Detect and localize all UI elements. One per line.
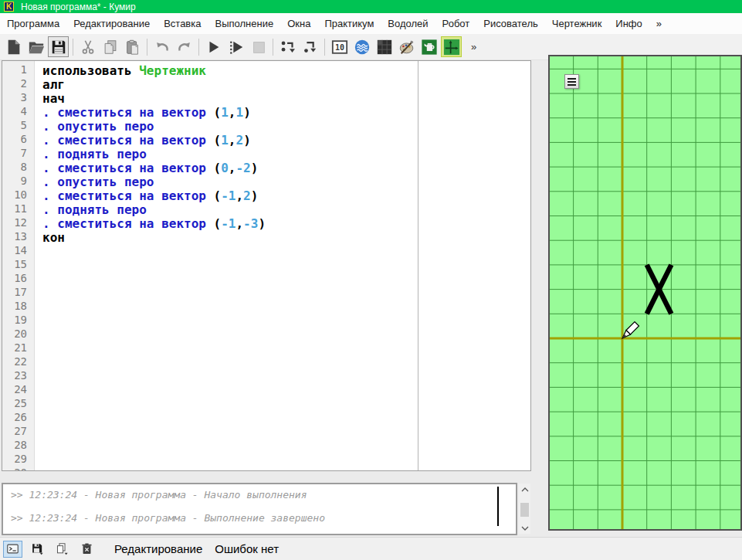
- code-token: кон: [42, 230, 65, 245]
- console-toggle-button[interactable]: [3, 541, 22, 558]
- new-file-button[interactable]: [3, 36, 24, 57]
- menu-item-program[interactable]: Программа: [0, 14, 66, 33]
- code-token: ): [251, 161, 259, 175]
- code-line[interactable]: нач: [42, 91, 530, 105]
- run-button[interactable]: [203, 36, 224, 57]
- code-token: использовать: [42, 63, 139, 78]
- code-token: ): [243, 105, 251, 120]
- code-line[interactable]: . сместиться на вектор (-1,2): [42, 188, 530, 202]
- stop-button[interactable]: [248, 36, 269, 57]
- hamburger-icon: [568, 78, 576, 80]
- tool-jug-button[interactable]: [418, 36, 439, 57]
- code-line[interactable]: [42, 453, 530, 467]
- tool-display-10-button[interactable]: 10: [329, 36, 350, 57]
- copy-log-button[interactable]: [53, 541, 72, 558]
- line-number: 20: [2, 328, 34, 341]
- menu-item-info[interactable]: Инфо: [608, 14, 649, 33]
- code-line[interactable]: [42, 383, 530, 397]
- code-line[interactable]: [42, 286, 530, 300]
- step-over-icon: [280, 39, 296, 56]
- code-line[interactable]: [42, 355, 530, 369]
- code-line[interactable]: [42, 467, 530, 470]
- console-output[interactable]: >> 12:23:24 - Новая программа - Начало в…: [2, 483, 517, 535]
- code-line[interactable]: [42, 272, 530, 286]
- code-line[interactable]: . сместиться на вектор (1,1): [42, 105, 530, 119]
- menu-item-execution[interactable]: Выполнение: [208, 14, 280, 33]
- code-line[interactable]: [42, 300, 530, 314]
- code-line[interactable]: [42, 369, 530, 383]
- paste-button[interactable]: [122, 36, 143, 57]
- scroll-up-button[interactable]: [519, 484, 530, 494]
- menu-item-windows[interactable]: Окна: [280, 14, 317, 33]
- scrollbar-thumb[interactable]: [520, 503, 529, 517]
- step-into-button[interactable]: [300, 36, 320, 57]
- code-area[interactable]: использовать Чертежникалгнач. сместиться…: [36, 61, 530, 470]
- code-line[interactable]: . поднять перо: [42, 202, 530, 216]
- code-token: 1: [221, 105, 229, 120]
- code-line[interactable]: [42, 328, 530, 341]
- tool-axes-icon: [443, 39, 460, 56]
- toolbar-overflow-button[interactable]: »: [463, 36, 484, 57]
- code-line[interactable]: использовать Чертежник: [42, 63, 530, 77]
- tool-axes-button[interactable]: [441, 36, 462, 57]
- tool-waves-button[interactable]: [351, 36, 372, 57]
- code-line[interactable]: . поднять перо: [42, 147, 530, 161]
- code-line[interactable]: [42, 411, 530, 425]
- code-token: 2: [243, 188, 251, 203]
- line-number: 27: [2, 425, 34, 439]
- clear-log-button[interactable]: [77, 541, 97, 558]
- code-line[interactable]: . опустить перо: [42, 119, 530, 133]
- code-line[interactable]: [42, 425, 530, 439]
- scroll-down-button[interactable]: [519, 523, 530, 533]
- code-editor[interactable]: 1234567891011121314151617181920212223242…: [2, 60, 531, 471]
- tool-palette-button[interactable]: [396, 36, 417, 57]
- menu-item-editing[interactable]: Редактирование: [66, 14, 157, 33]
- code-line[interactable]: [42, 439, 530, 453]
- undo-icon: [154, 39, 171, 56]
- code-line[interactable]: [42, 397, 530, 411]
- code-line[interactable]: кон: [42, 230, 530, 244]
- copy-button[interactable]: [100, 36, 120, 57]
- menu-item-menu-overflow[interactable]: »: [649, 14, 669, 33]
- drawer-canvas: [550, 56, 740, 529]
- drawer-menu-button[interactable]: [564, 74, 579, 89]
- line-number: 7: [2, 147, 34, 161]
- menu-item-robot[interactable]: Робот: [435, 14, 477, 33]
- line-number: 4: [2, 105, 34, 119]
- line-number: 1: [2, 63, 34, 77]
- code-token: ): [258, 216, 266, 231]
- cut-button[interactable]: [77, 36, 98, 57]
- code-token: (: [214, 133, 222, 148]
- code-line[interactable]: [42, 244, 530, 258]
- menu-item-insert[interactable]: Вставка: [157, 14, 208, 33]
- code-line[interactable]: [42, 258, 530, 272]
- save-file-button[interactable]: [48, 36, 69, 57]
- code-line[interactable]: алг: [42, 77, 530, 91]
- line-number: 5: [2, 119, 34, 133]
- code-line[interactable]: . сместиться на вектор (0,-2): [42, 161, 530, 175]
- menu-item-practicum[interactable]: Практикум: [317, 14, 381, 33]
- code-line[interactable]: . сместиться на вектор (-1,-3): [42, 216, 530, 230]
- undo-button[interactable]: [151, 36, 172, 57]
- tool-jug-icon: [421, 39, 438, 56]
- code-line[interactable]: . сместиться на вектор (1,2): [42, 133, 530, 147]
- code-line[interactable]: [42, 314, 530, 328]
- code-token: 2: [235, 133, 243, 148]
- redo-button[interactable]: [174, 36, 195, 57]
- code-line[interactable]: [42, 341, 530, 355]
- tool-waves-icon: [354, 39, 371, 56]
- menu-item-painter[interactable]: Рисователь: [476, 14, 544, 33]
- code-line[interactable]: . опустить перо: [42, 175, 530, 188]
- menu-item-waterman[interactable]: Водолей: [381, 14, 435, 33]
- code-token: (: [214, 216, 222, 231]
- open-file-button[interactable]: [25, 36, 46, 57]
- code-token: . опустить перо: [42, 119, 154, 134]
- menu-item-drawer[interactable]: Чертежник: [545, 14, 609, 33]
- tool-grid-button[interactable]: [374, 36, 395, 57]
- run-steps-button[interactable]: [225, 36, 246, 57]
- copy-icon: [102, 39, 119, 56]
- save-log-button[interactable]: [28, 541, 47, 558]
- console-scrollbar[interactable]: [519, 484, 530, 534]
- step-into-icon: [302, 39, 319, 56]
- step-over-button[interactable]: [277, 36, 298, 57]
